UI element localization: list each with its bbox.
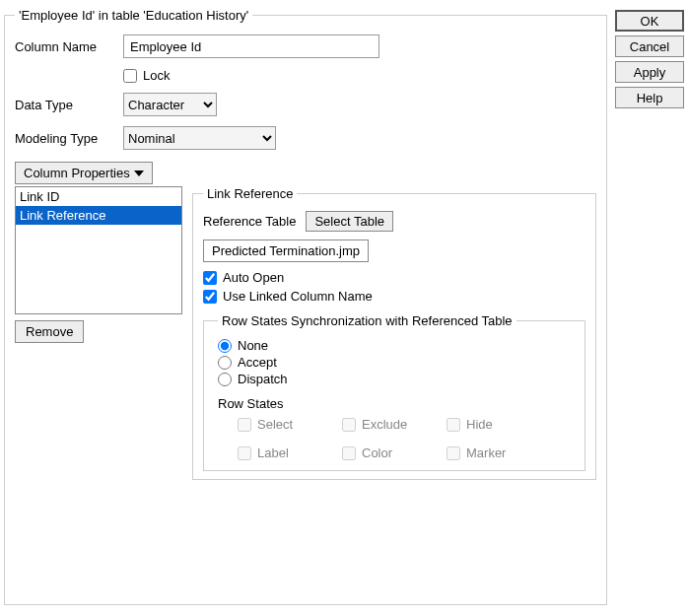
list-item[interactable]: Link Reference bbox=[16, 206, 181, 225]
sync-dispatch-label[interactable]: Dispatch bbox=[238, 372, 288, 386]
modeling-type-label: Modeling Type bbox=[15, 131, 123, 146]
link-reference-group: Link Reference Reference Table Select Ta… bbox=[192, 186, 596, 480]
column-properties-list[interactable]: Link ID Link Reference bbox=[15, 186, 182, 314]
column-info-group: 'Employee Id' in table 'Education Histor… bbox=[4, 8, 607, 605]
help-button[interactable]: Help bbox=[615, 87, 684, 108]
column-name-input[interactable] bbox=[123, 34, 379, 58]
use-linked-checkbox[interactable] bbox=[203, 290, 217, 304]
sync-none-label[interactable]: None bbox=[238, 338, 268, 353]
sync-accept-label[interactable]: Accept bbox=[238, 355, 277, 370]
label-checkbox bbox=[238, 446, 251, 460]
reference-table-label: Reference Table bbox=[203, 214, 296, 229]
color-checkbox bbox=[342, 446, 356, 460]
sync-dispatch-radio[interactable] bbox=[218, 373, 232, 386]
hide-checkbox bbox=[447, 418, 460, 432]
column-info-title: 'Employee Id' in table 'Education Histor… bbox=[15, 8, 252, 23]
select-table-button[interactable]: Select Table bbox=[306, 211, 393, 232]
color-checkbox-label: Color bbox=[342, 445, 441, 460]
cancel-button[interactable]: Cancel bbox=[615, 35, 684, 57]
column-name-label: Column Name bbox=[15, 39, 123, 54]
auto-open-checkbox[interactable] bbox=[203, 271, 217, 285]
modeling-type-select[interactable]: Nominal bbox=[123, 126, 276, 150]
exclude-checkbox bbox=[342, 418, 356, 432]
sync-none-radio[interactable] bbox=[218, 339, 232, 353]
label-checkbox-label: Label bbox=[238, 445, 336, 460]
chevron-down-icon bbox=[134, 171, 144, 176]
select-checkbox bbox=[238, 418, 251, 432]
apply-button[interactable]: Apply bbox=[615, 61, 684, 83]
row-states-sync-title: Row States Synchronization with Referenc… bbox=[218, 313, 516, 328]
row-states-sync-group: Row States Synchronization with Referenc… bbox=[203, 313, 585, 471]
data-type-label: Data Type bbox=[15, 98, 123, 112]
reference-table-file[interactable]: Predicted Termination.jmp bbox=[203, 240, 369, 262]
data-type-select[interactable]: Character bbox=[123, 93, 217, 116]
select-checkbox-label: Select bbox=[238, 417, 336, 432]
marker-checkbox-label: Marker bbox=[447, 445, 545, 460]
use-linked-label[interactable]: Use Linked Column Name bbox=[223, 289, 373, 304]
row-states-label: Row States bbox=[218, 396, 575, 411]
link-reference-title: Link Reference bbox=[203, 186, 297, 201]
list-item[interactable]: Link ID bbox=[16, 187, 181, 206]
auto-open-label[interactable]: Auto Open bbox=[223, 270, 284, 285]
sync-accept-radio[interactable] bbox=[218, 356, 232, 370]
marker-checkbox bbox=[447, 446, 460, 460]
lock-checkbox[interactable] bbox=[123, 69, 137, 83]
ok-button[interactable]: OK bbox=[615, 10, 684, 32]
remove-button[interactable]: Remove bbox=[15, 320, 84, 343]
lock-label[interactable]: Lock bbox=[143, 68, 170, 83]
hide-checkbox-label: Hide bbox=[447, 417, 545, 432]
exclude-checkbox-label: Exclude bbox=[342, 417, 441, 432]
column-properties-button[interactable]: Column Properties bbox=[15, 162, 153, 184]
